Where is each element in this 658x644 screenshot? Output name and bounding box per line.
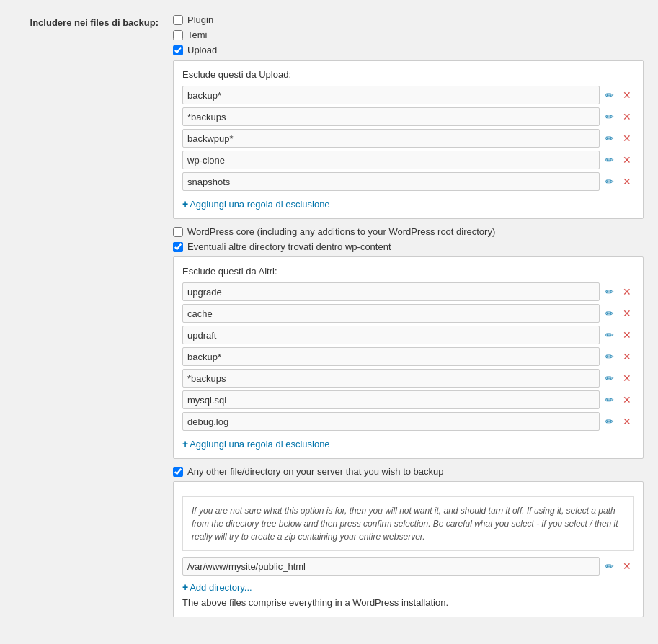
temi-label: Temi xyxy=(187,30,207,40)
upload-delete-4[interactable]: ✕ xyxy=(620,175,634,188)
altri-input-0[interactable] xyxy=(182,282,600,301)
altri-delete-5[interactable]: ✕ xyxy=(620,393,634,406)
altri-input-6[interactable] xyxy=(182,412,600,431)
altri-item-5: ✏ ✕ xyxy=(182,390,634,409)
path-delete-button[interactable]: ✕ xyxy=(620,560,634,573)
path-row: ✏ ✕ xyxy=(182,557,634,576)
altri-exclusion-title: Esclude questi da Altri: xyxy=(182,266,634,277)
upload-input-0[interactable] xyxy=(182,86,600,104)
upload-delete-2[interactable]: ✕ xyxy=(620,132,634,145)
altri-add-rule-link[interactable]: + Aggiungi una regola di esclusione xyxy=(182,438,330,450)
upload-checkbox-row: Upload xyxy=(173,45,644,55)
altri-delete-2[interactable]: ✕ xyxy=(620,328,634,341)
upload-edit-0[interactable]: ✏ xyxy=(603,89,617,102)
wpcore-checkbox[interactable] xyxy=(173,227,183,237)
anyother-info: If you are not sure what this option is … xyxy=(182,496,634,551)
upload-add-rule-label: Aggiungi una regola di esclusione xyxy=(190,199,329,210)
upload-delete-0[interactable]: ✕ xyxy=(620,89,634,102)
altri-edit-4[interactable]: ✏ xyxy=(603,372,617,385)
wpcore-label: WordPress core (including any additions … xyxy=(187,226,495,237)
altri-delete-6[interactable]: ✕ xyxy=(620,415,634,428)
altri-add-plus: + xyxy=(182,438,188,450)
altri-input-2[interactable] xyxy=(182,326,600,344)
backup-settings-row: Includere nei files di backup: Plugin Te… xyxy=(14,14,644,617)
temi-checkbox[interactable] xyxy=(173,30,183,40)
upload-exclusion-title: Esclude questi da Upload: xyxy=(182,69,634,80)
altri-add-rule: + Aggiungi una regola di esclusione xyxy=(182,434,634,450)
altri-checkbox-row: Eventuali altre directory trovati dentro… xyxy=(173,241,644,252)
upload-add-plus: + xyxy=(182,198,188,210)
upload-input-4[interactable] xyxy=(182,172,600,191)
altri-add-rule-label: Aggiungi una regola di esclusione xyxy=(190,439,329,450)
upload-input-2[interactable] xyxy=(182,129,600,148)
altri-delete-1[interactable]: ✕ xyxy=(620,307,634,320)
add-directory-label: Add directory... xyxy=(190,582,252,593)
upload-edit-2[interactable]: ✏ xyxy=(603,132,617,145)
altri-delete-4[interactable]: ✕ xyxy=(620,372,634,385)
altri-item-6: ✏ ✕ xyxy=(182,412,634,431)
altri-checkbox[interactable] xyxy=(173,242,183,252)
upload-edit-1[interactable]: ✏ xyxy=(603,110,617,123)
altri-item-4: ✏ ✕ xyxy=(182,369,634,388)
altri-input-5[interactable] xyxy=(182,390,600,409)
plugin-checkbox[interactable] xyxy=(173,15,183,25)
upload-input-1[interactable] xyxy=(182,107,600,126)
upload-delete-1[interactable]: ✕ xyxy=(620,110,634,123)
backup-label: Includere nei files di backup: xyxy=(30,17,159,28)
upload-checkbox[interactable] xyxy=(173,45,183,55)
altri-item-0: ✏ ✕ xyxy=(182,282,634,301)
upload-label: Upload xyxy=(187,45,217,55)
temi-checkbox-row: Temi xyxy=(173,30,644,40)
add-directory-plus: + xyxy=(182,581,188,593)
altri-item-1: ✏ ✕ xyxy=(182,304,634,323)
altri-delete-0[interactable]: ✕ xyxy=(620,285,634,298)
upload-edit-3[interactable]: ✏ xyxy=(603,153,617,166)
upload-add-rule-link[interactable]: + Aggiungi una regola di esclusione xyxy=(182,198,330,210)
altri-edit-1[interactable]: ✏ xyxy=(603,307,617,320)
altri-edit-0[interactable]: ✏ xyxy=(603,285,617,298)
upload-add-rule: + Aggiungi una regola di esclusione xyxy=(182,194,634,210)
content-column: Plugin Temi Upload Esclude questi da Upl… xyxy=(173,14,644,617)
wpcore-checkbox-row: WordPress core (including any additions … xyxy=(173,226,644,237)
add-directory-link[interactable]: + Add directory... xyxy=(182,581,252,593)
bottom-note: The above files comprise everything in a… xyxy=(182,597,634,608)
altri-edit-6[interactable]: ✏ xyxy=(603,415,617,428)
anyother-section: If you are not sure what this option is … xyxy=(173,481,644,617)
upload-item-4: ✏ ✕ xyxy=(182,172,634,191)
plugin-label: Plugin xyxy=(187,14,213,25)
upload-item-0: ✏ ✕ xyxy=(182,86,634,104)
upload-exclusion-box: Esclude questi da Upload: ✏ ✕ ✏ ✕ ✏ ✕ ✏ … xyxy=(173,60,644,219)
altri-exclusion-box: Esclude questi da Altri: ✏ ✕ ✏ ✕ ✏ ✕ ✏ ✕ xyxy=(173,256,644,459)
upload-input-3[interactable] xyxy=(182,151,600,169)
upload-item-1: ✏ ✕ xyxy=(182,107,634,126)
altri-item-2: ✏ ✕ xyxy=(182,326,634,344)
altri-label: Eventuali altre directory trovati dentro… xyxy=(187,241,391,252)
anyother-checkbox-row: Any other file/directory on your server … xyxy=(173,466,644,477)
altri-edit-2[interactable]: ✏ xyxy=(603,328,617,341)
altri-item-3: ✏ ✕ xyxy=(182,347,634,366)
add-directory-row: + Add directory... xyxy=(182,576,634,593)
altri-input-3[interactable] xyxy=(182,347,600,366)
upload-delete-3[interactable]: ✕ xyxy=(620,153,634,166)
upload-edit-4[interactable]: ✏ xyxy=(603,175,617,188)
upload-item-3: ✏ ✕ xyxy=(182,151,634,169)
section-label: Includere nei files di backup: xyxy=(14,14,159,28)
plugin-checkbox-row: Plugin xyxy=(173,14,644,25)
altri-edit-5[interactable]: ✏ xyxy=(603,393,617,406)
altri-input-1[interactable] xyxy=(182,304,600,323)
anyother-checkbox[interactable] xyxy=(173,467,183,477)
anyother-label: Any other file/directory on your server … xyxy=(187,466,444,477)
altri-delete-3[interactable]: ✕ xyxy=(620,350,634,363)
path-edit-button[interactable]: ✏ xyxy=(603,560,617,573)
altri-edit-3[interactable]: ✏ xyxy=(603,350,617,363)
path-input[interactable] xyxy=(182,557,600,576)
upload-item-2: ✏ ✕ xyxy=(182,129,634,148)
altri-input-4[interactable] xyxy=(182,369,600,388)
